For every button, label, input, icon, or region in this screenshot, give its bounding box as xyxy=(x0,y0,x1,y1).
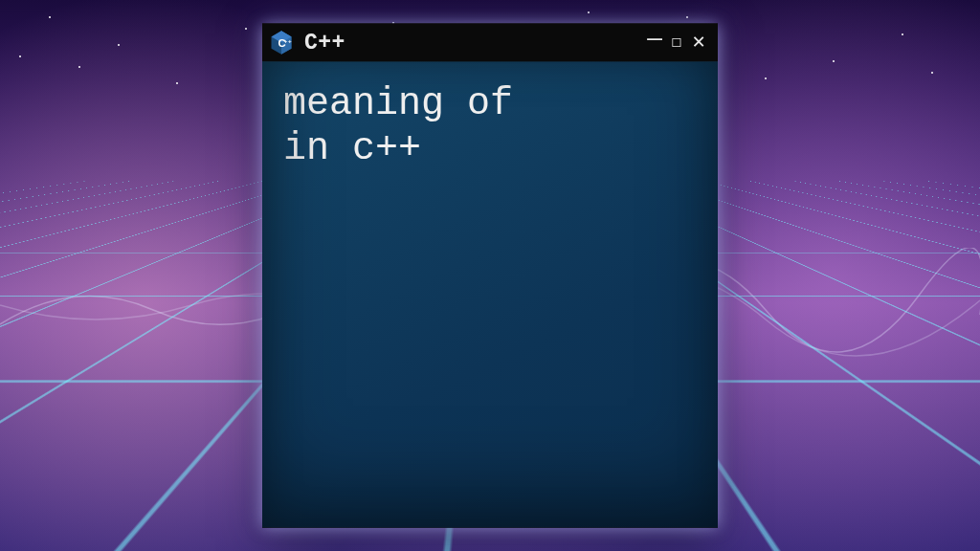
terminal-content: meaning of in c++ xyxy=(283,81,697,171)
terminal-body: meaning of in c++ xyxy=(262,62,718,528)
window-controls: — ☐ ✕ xyxy=(645,31,708,55)
window-title: C++ xyxy=(304,31,345,55)
titlebar[interactable]: C + + C++ — ☐ ✕ xyxy=(262,24,718,62)
terminal-window: C + + C++ — ☐ ✕ meaning of in c++ xyxy=(262,24,718,528)
svg-text:+: + xyxy=(284,37,288,44)
cpp-icon: C + + xyxy=(268,30,295,56)
titlebar-left: C + + C++ xyxy=(268,30,345,56)
svg-text:+: + xyxy=(288,37,292,44)
minimize-button[interactable]: — xyxy=(645,27,664,52)
maximize-button[interactable]: ☐ xyxy=(667,33,686,51)
close-button[interactable]: ✕ xyxy=(689,33,708,54)
